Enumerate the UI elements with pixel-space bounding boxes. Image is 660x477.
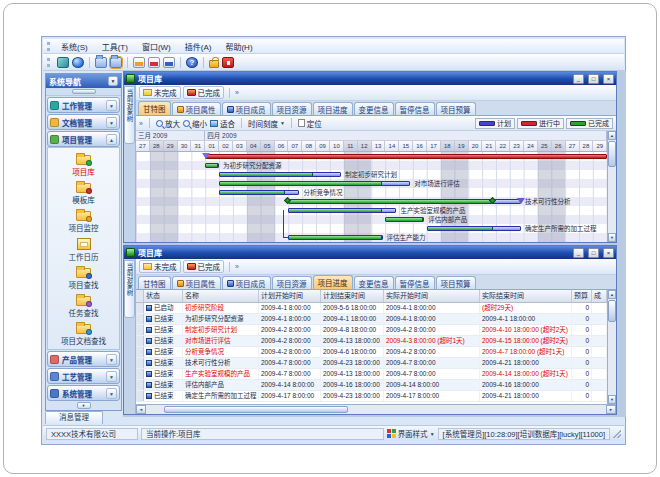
gantt-bar-9[interactable] xyxy=(288,235,382,240)
more-chevron-icon[interactable]: » xyxy=(235,263,239,270)
sidebar-item-6[interactable]: 项目文档查找 xyxy=(48,320,119,347)
maximize-button[interactable]: □ xyxy=(588,248,599,258)
chevron-down-icon[interactable]: ▼ xyxy=(106,117,117,128)
sidebar-group-3[interactable]: 产品管理▼ xyxy=(47,351,120,367)
report-blue-icon[interactable] xyxy=(163,57,175,68)
tab-2[interactable]: 项目成员 xyxy=(222,276,271,289)
close-button[interactable]: × xyxy=(603,248,614,258)
table-row-7[interactable]: 已结束评估内部产品2009-4-14 8:00:002009-4-16 18:0… xyxy=(136,380,607,391)
gantt-bar-2[interactable] xyxy=(219,172,341,177)
gantt-bar-3[interactable] xyxy=(219,181,410,186)
overflow-chevron-icon[interactable]: » xyxy=(139,120,143,127)
column-header-2[interactable]: 计划开始时间 xyxy=(259,290,321,302)
table-row-2[interactable]: 已结束制定初步研究计划2009-4-2 8:00:002009-4-8 18:0… xyxy=(136,325,607,336)
sidebar-group-0[interactable]: 工作管理▼ xyxy=(47,97,120,113)
gantt-bar-7[interactable] xyxy=(385,217,424,222)
ui-style-button[interactable]: 界面样式 ▼ xyxy=(387,428,435,439)
tab-6[interactable]: 暂停信息 xyxy=(395,276,435,289)
tab-6[interactable]: 暂停信息 xyxy=(395,102,435,115)
monitor-icon[interactable] xyxy=(57,57,69,68)
help-icon[interactable]: ? xyxy=(186,57,198,68)
column-header-0[interactable]: 状态 xyxy=(144,290,183,302)
sidebar-group-4[interactable]: 工艺管理▼ xyxy=(47,368,120,384)
horizontal-scrollbar[interactable]: ◄ ► xyxy=(136,404,616,414)
object-tree-tab[interactable]: 当前对象树 xyxy=(124,260,135,318)
menu-item-0[interactable]: 系统(S) xyxy=(54,39,95,54)
sidebar-group-2[interactable]: 项目管理▲ xyxy=(47,131,120,147)
scroll-thumb[interactable] xyxy=(608,141,616,167)
scroll-right-icon[interactable]: ► xyxy=(606,405,616,414)
folder-closed-icon[interactable] xyxy=(95,57,107,68)
gantt-bar-1[interactable] xyxy=(205,163,219,168)
fit-button[interactable]: 适合 xyxy=(210,118,235,129)
chevron-down-icon[interactable]: ▼ xyxy=(106,388,117,399)
sidebar-item-4[interactable]: 项目查找 xyxy=(48,264,119,291)
filter-finished-button[interactable]: 已完成 xyxy=(183,86,225,99)
tab-0[interactable]: 甘特图 xyxy=(138,276,171,289)
scroll-left-icon[interactable]: ◄ xyxy=(136,405,146,414)
sidebar-item-0[interactable]: 项目库 xyxy=(48,151,119,178)
scroll-thumb[interactable] xyxy=(164,406,348,413)
column-header-5[interactable]: 实际结束时间 xyxy=(480,290,572,302)
sidebar-group-5[interactable]: 系统管理▼ xyxy=(47,385,120,401)
sidebar-item-1[interactable]: 模板库 xyxy=(48,179,119,206)
gantt-bar-inprogress[interactable] xyxy=(205,154,607,159)
column-header-6[interactable]: 预算 xyxy=(572,290,592,302)
table-row-6[interactable]: 已结束生产实验室规模的产品2009-4-7 8:00:002009-4-13 1… xyxy=(136,369,607,380)
table-row-0[interactable]: 已启动初步研究阶段2009-4-1 8:00:002009-5-6 18:00:… xyxy=(136,303,607,314)
object-tree-tab[interactable]: 当前对象树 xyxy=(124,86,135,144)
locate-button[interactable]: 定位 xyxy=(298,118,322,129)
menu-item-1[interactable]: 工具(T) xyxy=(95,39,135,54)
table-row-8[interactable]: 已结束确定生产所需的加工过程2009-4-17 8:00:002009-4-23… xyxy=(136,391,607,402)
vertical-scrollbar[interactable]: ▲ ▼ xyxy=(607,131,616,242)
minimize-button[interactable]: _ xyxy=(573,74,584,84)
lock-icon[interactable] xyxy=(209,60,219,68)
maximize-button[interactable]: □ xyxy=(588,74,599,84)
column-header-1[interactable]: 名称 xyxy=(183,290,259,302)
scroll-thumb[interactable] xyxy=(608,300,616,322)
chevron-down-icon[interactable]: ▼ xyxy=(106,371,117,382)
sidebar-item-5[interactable]: 任务查找 xyxy=(48,292,119,319)
sidebar-item-3[interactable]: 工作日历 xyxy=(48,235,119,263)
minimize-button[interactable]: _ xyxy=(573,248,584,258)
scroll-up-icon[interactable]: ▲ xyxy=(608,131,616,140)
vertical-scrollbar[interactable]: ▲ ▼ xyxy=(607,290,616,404)
tab-2[interactable]: 项目成员 xyxy=(222,102,271,115)
tab-1[interactable]: 项目属性 xyxy=(172,102,221,115)
message-tab[interactable]: 消息管理 xyxy=(45,411,103,424)
tab-4[interactable]: 项目进度 xyxy=(313,102,353,115)
globe-icon[interactable] xyxy=(72,57,84,68)
tab-1[interactable]: 项目属性 xyxy=(172,276,221,289)
table-row-1[interactable]: 已结束为初步研究分配资源2009-4-1 8:00:002009-4-1 18:… xyxy=(136,314,607,325)
tab-7[interactable]: 项目预算 xyxy=(436,276,476,289)
chevron-up-icon[interactable]: ▲ xyxy=(106,134,117,145)
folder-open-icon[interactable] xyxy=(110,57,122,68)
more-chevron-icon[interactable]: » xyxy=(235,89,239,96)
report-orange-icon[interactable] xyxy=(133,57,145,68)
resize-grip[interactable] xyxy=(613,430,621,438)
gantt-bar-8[interactable] xyxy=(427,226,521,231)
scroll-down-icon[interactable]: ▼ xyxy=(608,233,616,242)
tab-3[interactable]: 项目资源 xyxy=(272,102,312,115)
sidebar-scroll-down-button[interactable]: ▼ xyxy=(77,402,91,409)
exit-icon[interactable] xyxy=(222,57,234,68)
table-row-3[interactable]: 已结束对市场进行评估2009-4-2 8:00:002009-4-13 18:0… xyxy=(136,336,607,347)
sidebar-menu-button[interactable]: ▼ xyxy=(108,76,118,86)
tab-4[interactable]: 项目进度 xyxy=(313,275,353,289)
column-header-7[interactable]: 成 xyxy=(592,290,607,302)
menu-item-4[interactable]: 帮助(H) xyxy=(218,39,259,54)
filter-unfinished-button[interactable]: 未完成 xyxy=(139,260,181,273)
filter-unfinished-button[interactable]: 未完成 xyxy=(139,86,181,99)
column-header-4[interactable]: 实际开始时间 xyxy=(384,290,480,302)
gantt-bar-6[interactable] xyxy=(288,208,396,213)
tab-5[interactable]: 变更信息 xyxy=(354,276,394,289)
menu-item-2[interactable]: 窗口(W) xyxy=(135,39,178,54)
chevron-down-icon[interactable]: ▼ xyxy=(106,354,117,365)
tab-5[interactable]: 变更信息 xyxy=(354,102,394,115)
column-header-3[interactable]: 计划结束时间 xyxy=(321,290,384,302)
scroll-up-icon[interactable]: ▲ xyxy=(608,290,616,299)
zoom-out-button[interactable]: 缩小 xyxy=(183,118,207,129)
menu-item-3[interactable]: 插件(A) xyxy=(178,39,219,54)
sidebar-item-2[interactable]: 项目监控 xyxy=(48,207,119,234)
sidebar-group-1[interactable]: 文档管理▼ xyxy=(47,114,120,130)
